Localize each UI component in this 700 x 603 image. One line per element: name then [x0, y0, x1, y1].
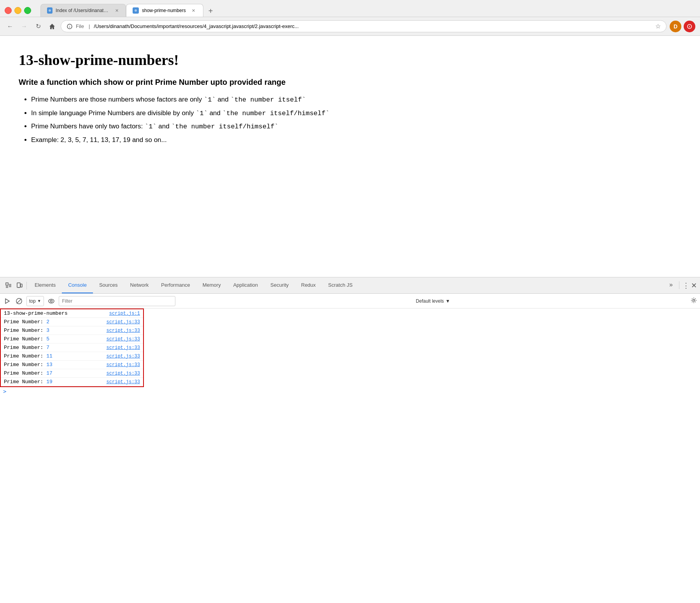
nav-right-icons: D — [670, 21, 695, 32]
console-link-6[interactable]: script.js:33 — [107, 354, 140, 359]
console-link-7[interactable]: script.js:33 — [107, 362, 140, 368]
reload-button[interactable]: ↻ — [33, 21, 44, 32]
console-link-3[interactable]: script.js:33 — [107, 328, 140, 333]
devtools-tab-application[interactable]: Application — [227, 277, 264, 293]
console-link-title[interactable]: script.js:1 — [109, 311, 140, 316]
devtools-separator — [26, 282, 27, 289]
console-row-2: Prime Number: 2 script.js:33 — [1, 318, 143, 326]
console-play-button[interactable] — [3, 297, 12, 305]
svg-rect-6 — [6, 283, 8, 285]
devtools-tab-elements[interactable]: Elements — [28, 277, 62, 293]
console-row-4: Prime Number: 5 script.js:33 — [1, 335, 143, 344]
close-button[interactable] — [5, 7, 12, 14]
tab-show-prime[interactable]: show-prime-numbers ✕ — [126, 4, 203, 17]
tab-label-1: Index of /Users/dinanath/Docum... — [56, 8, 110, 13]
page-subtitle: Write a function which show or print Pri… — [19, 78, 681, 87]
devtools-inspect-icon[interactable] — [3, 280, 14, 291]
console-eye-button[interactable] — [47, 297, 56, 305]
console-row-3: Prime Number: 3 script.js:33 — [1, 326, 143, 335]
console-row-5: Prime Number: 7 script.js:33 — [1, 344, 143, 352]
back-button[interactable]: ← — [5, 21, 16, 32]
svg-line-12 — [17, 299, 21, 303]
devtools-tab-security[interactable]: Security — [264, 277, 295, 293]
console-text-3: Prime Number: 3 — [4, 328, 107, 333]
console-link-8[interactable]: script.js:33 — [107, 371, 140, 376]
devtools-tab-console[interactable]: Console — [62, 277, 93, 293]
console-text-9: Prime Number: 19 — [4, 379, 107, 385]
nav-bar: ← → ↻ i File | /Users/dinanath/Documents… — [0, 17, 700, 35]
console-levels-dropdown[interactable]: Default levels ▼ — [416, 298, 450, 304]
console-clear-button[interactable] — [15, 297, 23, 305]
list-item: In simple language Prime Numbers are div… — [31, 108, 681, 119]
new-tab-button[interactable]: + — [205, 5, 217, 17]
console-context-select[interactable]: top ▼ — [26, 296, 44, 306]
console-row-6: Prime Number: 11 script.js:33 — [1, 352, 143, 361]
devtools-tab-performance[interactable]: Performance — [155, 277, 196, 293]
user-avatar[interactable]: D — [670, 21, 681, 32]
devtools-device-icon[interactable] — [14, 280, 25, 291]
svg-point-1 — [49, 9, 51, 12]
maximize-button[interactable] — [24, 7, 31, 14]
console-prompt-row: > — [0, 387, 700, 396]
forward-button[interactable]: → — [19, 21, 30, 32]
tab-favicon-2 — [133, 7, 139, 14]
svg-marker-10 — [5, 299, 9, 303]
devtools-tab-network[interactable]: Network — [124, 277, 155, 293]
console-settings-icon[interactable] — [691, 297, 697, 305]
console-link-5[interactable]: script.js:33 — [107, 345, 140, 351]
traffic-lights — [5, 7, 31, 14]
devtools-tab-scratchjs[interactable]: Scratch JS — [322, 277, 359, 293]
levels-arrow: ▼ — [445, 298, 450, 304]
list-item: Prime Numbers are those numbers whose fa… — [31, 95, 681, 105]
console-text-7: Prime Number: 13 — [4, 362, 107, 368]
address-info-icon: i — [66, 23, 73, 30]
devtools-tab-memory[interactable]: Memory — [196, 277, 227, 293]
tab-close-2[interactable]: ✕ — [191, 7, 197, 14]
devtools-panel: Elements Console Sources Network Perform… — [0, 277, 700, 507]
page-title: 13-show-prime-numbers! — [19, 51, 681, 68]
console-row-title: 13-show-prime-numbers script.js:1 — [1, 309, 143, 318]
devtools-menu-icon[interactable]: ⋮ — [682, 281, 690, 290]
svg-point-15 — [693, 299, 695, 301]
bookmark-icon[interactable]: ☆ — [655, 23, 661, 30]
svg-point-13 — [49, 299, 54, 303]
tab-close-1[interactable]: ✕ — [115, 7, 119, 14]
address-bar[interactable]: i File | /Users/dinanath/Documents/impor… — [61, 20, 667, 32]
tab-label-2: show-prime-numbers — [142, 8, 186, 13]
bullet-list: Prime Numbers are those numbers whose fa… — [19, 95, 681, 145]
svg-text:i: i — [69, 25, 70, 29]
minimize-button[interactable] — [14, 7, 21, 14]
console-text-title: 13-show-prime-numbers — [4, 310, 109, 316]
console-link-4[interactable]: script.js:33 — [107, 337, 140, 342]
svg-point-3 — [135, 9, 137, 12]
console-row-7: Prime Number: 13 script.js:33 — [1, 361, 143, 369]
context-dropdown-arrow: ▼ — [37, 299, 41, 303]
svg-point-14 — [50, 300, 52, 302]
console-prompt-symbol[interactable]: > — [3, 388, 6, 394]
home-button[interactable] — [47, 21, 58, 32]
console-text-2: Prime Number: 2 — [4, 319, 107, 325]
devtools-close-button[interactable]: ✕ — [691, 281, 697, 290]
devtools-more-tabs[interactable]: » — [666, 281, 676, 290]
devtools-tab-sources[interactable]: Sources — [93, 277, 124, 293]
devtools-separator-2 — [679, 281, 679, 289]
address-protocol: File — [76, 23, 84, 29]
svg-rect-7 — [17, 283, 20, 287]
tab-favicon-1 — [47, 7, 52, 14]
devtools-tabs: Elements Console Sources Network Perform… — [28, 277, 666, 293]
tab-index[interactable]: Index of /Users/dinanath/Docum... ✕ — [40, 4, 126, 17]
console-link-9[interactable]: script.js:33 — [107, 379, 140, 385]
context-label: top — [29, 298, 36, 304]
title-bar: Index of /Users/dinanath/Docum... ✕ show… — [0, 0, 700, 17]
console-row-8: Prime Number: 17 script.js:33 — [1, 369, 143, 378]
update-icon[interactable] — [684, 21, 695, 32]
console-output: 13-show-prime-numbers script.js:1 Prime … — [0, 309, 700, 507]
console-text-5: Prime Number: 7 — [4, 345, 107, 351]
devtools-toolbar: Elements Console Sources Network Perform… — [0, 277, 700, 294]
console-filter-input[interactable] — [59, 296, 175, 306]
address-url: /Users/dinanath/Documents/important/reso… — [94, 23, 652, 29]
console-text-4: Prime Number: 5 — [4, 336, 107, 342]
devtools-tab-redux[interactable]: Redux — [295, 277, 322, 293]
console-toolbar: top ▼ Default levels ▼ — [0, 294, 700, 309]
console-link-2[interactable]: script.js:33 — [107, 319, 140, 325]
